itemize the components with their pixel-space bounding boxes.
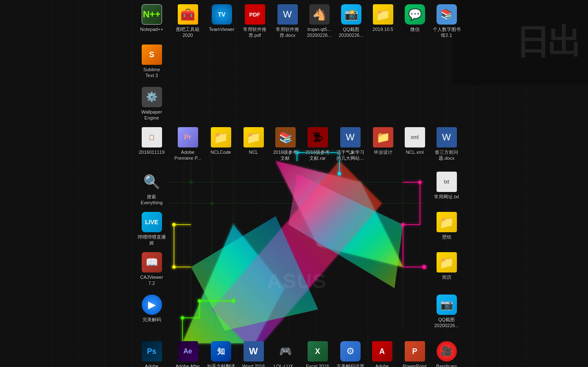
premiere-icon-img: Pr [178, 127, 198, 147]
ps-icon-img: Ps [142, 341, 162, 361]
icon-graduate[interactable]: 📁 毕业设计 [365, 125, 401, 157]
icon-pdf-common[interactable]: PDF 常用软件推荐.pdf [237, 2, 273, 41]
icon-wallpaper-folder[interactable]: 📁 壁纸 [428, 210, 465, 242]
contract-icon-img: W [437, 127, 457, 147]
icon-search-label: 搜索Everything [141, 194, 163, 206]
icon-ps[interactable]: Ps Adobe... [134, 339, 170, 367]
icon-resume[interactable]: 📁 简历 [428, 250, 465, 282]
adobe-acrobat-icon-img: A [372, 341, 392, 361]
potplayer-icon-img: ▶ [142, 295, 162, 315]
icon-search-everything[interactable]: 🔍 搜索Everything [134, 170, 170, 208]
icon-jingmei[interactable]: ⚙ 京美解码设置 [332, 339, 368, 367]
personal-library-icon-img: 📚 [437, 4, 457, 25]
icon-zhihu[interactable]: 知 知乎文献翻译 [203, 339, 239, 367]
qq-capture2-icon-img: 📷 [437, 295, 457, 315]
icon-ae-label: Adobe After... [176, 363, 200, 367]
excel2016-icon-img: X [308, 341, 328, 361]
icon-rar2016[interactable]: 🗜 2016级参考文献.rar [300, 125, 336, 164]
icon-teamviewer-label: TeamViewer [209, 26, 234, 32]
icon-nclxml[interactable]: xml NCL.xml [397, 125, 433, 157]
icon-notepad[interactable]: N++ Notepad++ [134, 2, 170, 34]
icon-premiere-label: AdobePremiere P... [174, 149, 201, 161]
icon-docx-label: 常用软件推荐.docx [276, 26, 299, 39]
icon-sublime-label: SublimeText 3 [143, 67, 160, 79]
sublime-icon-img: S [142, 44, 162, 65]
graduate-icon-img: 📁 [373, 127, 393, 147]
bandicam-icon-img: 🎥 [437, 341, 457, 361]
docx-icon-img: W [277, 4, 298, 25]
icon-potplayer[interactable]: ▶ 完美解码 [134, 292, 170, 325]
icon-graduate-label: 毕业设计 [374, 149, 392, 155]
icon-bilibili[interactable]: LIVE 哔哩哔哩直播姬 [134, 210, 170, 248]
icon-qq-capture2[interactable]: 📷 QQ截图20200226... [428, 292, 465, 331]
icon-bandicam[interactable]: 🎥 Bandicam... [428, 339, 465, 367]
icon-qq-screenshot-label: QQ截图20200226... [339, 26, 363, 39]
icon-premiere[interactable]: Pr AdobePremiere P... [170, 125, 206, 164]
icon-cajviewer[interactable]: 📖 CAJViewer7.2 [134, 250, 170, 289]
icon-climate[interactable]: W 适于气象学习的几大网站... [332, 125, 368, 164]
icon-nclcode-label: NCLCode [210, 149, 231, 155]
icon-sublime[interactable]: S SublimeText 3 [134, 42, 170, 81]
icon-teamviewer[interactable]: TV TeamViewer [204, 2, 240, 34]
climate-icon-img: W [340, 127, 361, 147]
icon-ref2016[interactable]: 📚 2016级参考文献 [267, 125, 303, 164]
icon-bilibili-label: 哔哩哔哩直播姬 [138, 234, 166, 246]
icon-trojan[interactable]: 🐴 trojan-qt5...20200226... [301, 2, 337, 41]
icon-personal-library[interactable]: 📚 个人数字图书馆2.1 [428, 2, 465, 41]
teamviewer-icon-img: TV [212, 4, 232, 25]
icon-docx-common[interactable]: W 常用软件推荐.docx [269, 2, 305, 41]
icon-qq-screenshot[interactable]: 📸 QQ截图20200226... [333, 2, 369, 41]
resume-icon-img: 📁 [437, 252, 457, 272]
jingmei-icon-img: ⚙ [340, 341, 361, 361]
icon-common-url[interactable]: txt 常用网址.txt [428, 170, 465, 202]
notepad-icon-img: N++ [142, 4, 162, 25]
icon-wechat[interactable]: 💬 微信 [397, 2, 433, 34]
icon-nclcode[interactable]: 📁 NCLCode [203, 125, 239, 157]
ncl-icon-img: 📁 [244, 127, 264, 147]
pdf-icon-img: PDF [245, 4, 265, 25]
icon-word2016-label: Word 2016 [242, 363, 265, 367]
brand-text: 日出 [516, 19, 580, 65]
icon-ncl[interactable]: 📁 NCL [235, 125, 272, 157]
icon-excel2016[interactable]: X Excel 2016 [300, 339, 336, 367]
powerpoint-icon-img: P [405, 341, 425, 361]
icon-lol[interactable]: 🎮 LOL-LUX... [267, 339, 303, 367]
icon-adobe-acrobat[interactable]: A Adobe... [364, 339, 400, 367]
wechat-icon-img: 💬 [405, 4, 425, 25]
file2016-icon-img: 📋 [142, 127, 162, 147]
icon-cajviewer-label: CAJViewer7.2 [140, 274, 163, 286]
icon-contract[interactable]: W 签三方前问题.docx [428, 125, 465, 164]
icon-wechat-label: 微信 [410, 26, 420, 32]
icon-potplayer-label: 完美解码 [143, 317, 161, 323]
icon-wallpaper-engine[interactable]: ⚙️ WallpaperEngine [134, 85, 170, 123]
icon-notepad-label: Notepad++ [140, 26, 163, 32]
icon-common-url-label: 常用网址.txt [434, 194, 459, 200]
icon-ps-label: Adobe... [145, 363, 159, 367]
icon-excel2016-label: Excel 2016 [306, 363, 329, 367]
icon-2016file-label: 2016011119 [139, 149, 165, 155]
icon-zhihu-label: 知乎文献翻译 [207, 363, 235, 367]
common-url-icon-img: txt [437, 172, 457, 192]
top-right-panel: 日出 [452, 0, 588, 85]
ref2016-icon-img: 📚 [275, 127, 296, 147]
icon-toolbox[interactable]: 🧰 图吧工具箱2020 [170, 2, 206, 41]
icon-date-folder[interactable]: 📁 2019.10.5 [365, 2, 401, 34]
icon-date-folder-label: 2019.10.5 [372, 26, 393, 32]
icon-personal-library-label: 个人数字图书馆2.1 [433, 26, 461, 39]
icon-ref2016-label: 2016级参考文献 [273, 149, 297, 161]
lol-icon-img: 🎮 [275, 341, 296, 361]
icon-ae[interactable]: Ae Adobe After... [170, 339, 206, 367]
icon-wallpaper-engine-label: WallpaperEngine [141, 109, 162, 121]
nclcode-icon-img: 📁 [211, 127, 231, 147]
date-folder-icon-img: 📁 [373, 4, 393, 25]
icon-powerpoint[interactable]: P PowerPoint... [397, 339, 433, 367]
icon-ncl-label: NCL [249, 149, 258, 155]
search-icon-img: 🔍 [142, 172, 162, 192]
icon-word2016[interactable]: W Word 2016 [235, 339, 272, 367]
icon-pdf-label: 常用软件推荐.pdf [243, 26, 266, 39]
icon-toolbox-label: 图吧工具箱2020 [176, 26, 199, 39]
icon-lol-label: LOL-LUX... [274, 363, 297, 367]
icon-2016file[interactable]: 📋 2016011119 [134, 125, 170, 157]
rar2016-icon-img: 🗜 [308, 127, 328, 147]
icon-wallpaper-folder-label: 壁纸 [442, 234, 451, 240]
